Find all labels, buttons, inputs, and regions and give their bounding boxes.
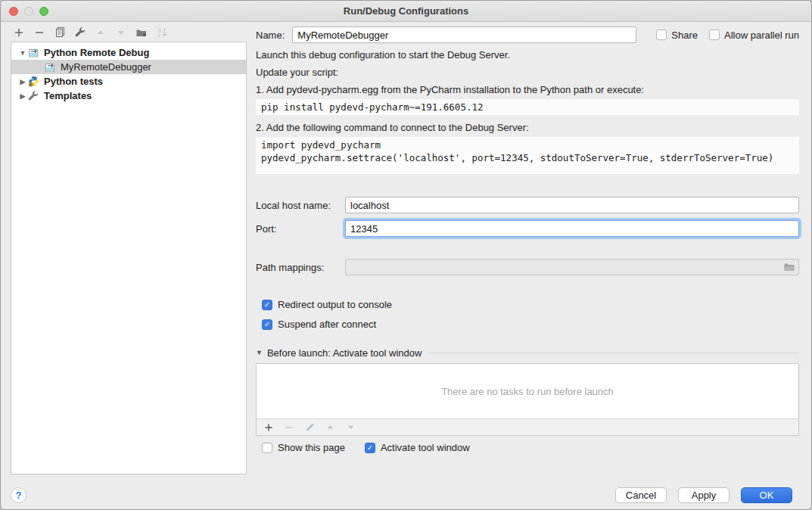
- before-launch-title: Before launch: Activate tool window: [267, 347, 422, 359]
- remove-task-button[interactable]: [284, 422, 294, 433]
- configurations-sidebar: az ▼ Python Remote Debug MyRemoteDebugge…: [1, 23, 250, 480]
- configuration-editor: Name: Share Allow parallel run Launch th…: [250, 23, 811, 480]
- svg-text:a: a: [158, 27, 161, 33]
- svg-text:z: z: [158, 33, 161, 38]
- checkmark-icon: ✓: [264, 321, 270, 328]
- cancel-button[interactable]: Cancel: [615, 487, 667, 503]
- window-title: Run/Debug Configurations: [1, 5, 811, 17]
- tree-item-templates[interactable]: ▶ Templates: [11, 89, 246, 103]
- redirect-output-label: Redirect output to console: [278, 299, 392, 310]
- new-folder-icon[interactable]: [135, 26, 148, 39]
- checkmark-icon: ✓: [367, 444, 373, 452]
- tree-item-myremotedebugger[interactable]: MyRemoteDebugger: [11, 60, 246, 74]
- local-host-name-input[interactable]: [345, 197, 799, 213]
- share-checkbox[interactable]: [656, 30, 667, 40]
- tree-item-label: Python tests: [44, 76, 103, 87]
- before-launch-toolbar: [257, 418, 798, 435]
- titlebar: Run/Debug Configurations: [1, 1, 811, 22]
- remote-debug-icon: [45, 61, 57, 73]
- help-button[interactable]: ?: [11, 487, 26, 503]
- pip-install-command: pip install pydevd-pycharm~=191.6605.12: [256, 99, 799, 115]
- run-debug-configurations-dialog: Run/Debug Configurations: [0, 0, 812, 510]
- ok-button[interactable]: OK: [741, 487, 792, 503]
- path-mappings-label: Path mappings:: [256, 262, 345, 273]
- checkmark-icon: ✓: [264, 301, 270, 309]
- show-this-page-label: Show this page: [278, 442, 345, 453]
- tree-item-python-remote-debug[interactable]: ▼ Python Remote Debug: [11, 45, 246, 60]
- expand-arrow-icon[interactable]: ▶: [17, 78, 28, 86]
- port-label: Port:: [256, 223, 345, 235]
- collapse-arrow-icon[interactable]: ▼: [256, 349, 263, 356]
- code-line-2: pydevd_pycharm.settrace('localhost', por…: [261, 151, 794, 164]
- instruction-step-1: 1. Add pydevd-pycharm.egg from the PyCha…: [256, 84, 799, 96]
- configurations-tree: ▼ Python Remote Debug MyRemoteDebugger ▶: [11, 42, 247, 474]
- activate-tool-window-checkbox[interactable]: ✓: [365, 443, 375, 453]
- before-launch-header[interactable]: ▼ Before launch: Activate tool window: [256, 347, 799, 359]
- apply-button[interactable]: Apply: [678, 487, 730, 503]
- name-label: Name:: [256, 30, 285, 41]
- port-input[interactable]: [345, 220, 799, 237]
- share-label: Share: [671, 30, 698, 41]
- templates-wrench-icon: [28, 90, 40, 102]
- empty-tasks-message: There are no tasks to run before launch: [257, 364, 798, 418]
- redirect-output-checkbox[interactable]: ✓: [262, 300, 272, 310]
- expand-arrow-icon[interactable]: ▶: [17, 92, 28, 100]
- traffic-lights: [9, 1, 48, 22]
- browse-folder-icon[interactable]: [783, 262, 795, 272]
- move-up-icon[interactable]: [95, 26, 107, 39]
- sidebar-toolbar: az: [1, 23, 250, 42]
- remove-configuration-button[interactable]: [33, 26, 45, 39]
- show-this-page-checkbox[interactable]: [262, 443, 272, 453]
- move-task-down-icon[interactable]: [345, 422, 356, 433]
- add-task-button[interactable]: [263, 422, 274, 433]
- add-configuration-button[interactable]: [13, 26, 25, 39]
- question-mark-icon: ?: [16, 490, 22, 501]
- section-divider: [428, 353, 799, 353]
- tree-item-label: Python Remote Debug: [44, 47, 149, 58]
- suspend-after-connect-checkbox[interactable]: ✓: [262, 319, 272, 330]
- sort-alphabetically-icon[interactable]: az: [156, 26, 168, 39]
- edit-defaults-wrench-icon[interactable]: [74, 26, 86, 39]
- instruction-line-2: Update your script:: [256, 67, 799, 79]
- share-checkbox-group: Share: [656, 30, 698, 41]
- settrace-code-block: import pydevd_pycharm pydevd_pycharm.set…: [256, 137, 799, 174]
- local-host-name-label: Local host name:: [256, 200, 345, 211]
- tree-item-label: MyRemoteDebugger: [61, 61, 151, 73]
- allow-parallel-run-checkbox[interactable]: [709, 30, 720, 40]
- python-tests-icon: [28, 76, 40, 88]
- instruction-line-1: Launch this debug configuration to start…: [256, 49, 799, 61]
- instruction-step-2: 2. Add the following command to connect …: [256, 122, 799, 134]
- zoom-window-button[interactable]: [39, 7, 48, 16]
- path-mappings-field[interactable]: [345, 259, 799, 275]
- code-line-1: import pydevd_pycharm: [261, 138, 794, 151]
- activate-tool-window-label: Activate tool window: [381, 442, 470, 453]
- tree-item-label: Templates: [44, 90, 92, 101]
- move-down-icon[interactable]: [115, 26, 127, 39]
- name-input[interactable]: [292, 26, 636, 43]
- suspend-after-connect-label: Suspend after connect: [278, 319, 376, 330]
- dialog-footer: ? Cancel Apply OK: [1, 480, 811, 509]
- tree-item-python-tests[interactable]: ▶ Python tests: [11, 74, 246, 89]
- close-window-button[interactable]: [9, 7, 18, 16]
- allow-parallel-checkbox-group: Allow parallel run: [709, 30, 799, 41]
- move-task-up-icon[interactable]: [325, 422, 335, 433]
- minimize-window-button[interactable]: [24, 7, 33, 16]
- collapse-arrow-icon[interactable]: ▼: [17, 49, 28, 57]
- before-launch-task-list: There are no tasks to run before launch: [256, 363, 799, 436]
- copy-configuration-icon[interactable]: [54, 26, 66, 39]
- edit-task-pencil-icon[interactable]: [304, 422, 315, 433]
- allow-parallel-run-label: Allow parallel run: [724, 30, 799, 41]
- remote-debug-icon: [28, 47, 40, 59]
